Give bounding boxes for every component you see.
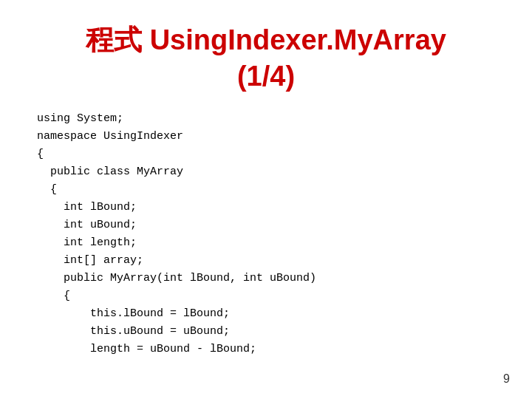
code-line: namespace UsingIndexer <box>37 128 502 146</box>
code-line: int uBound; <box>37 216 502 234</box>
slide: 程式 UsingIndexer.MyArray (1/4) using Syst… <box>0 0 532 399</box>
title-area: 程式 UsingIndexer.MyArray (1/4) <box>30 22 502 95</box>
code-line: this.uBound = uBound; <box>37 323 502 341</box>
code-line: { <box>37 287 502 305</box>
code-line: length = uBound - lBound; <box>37 341 502 358</box>
code-line: { <box>37 181 502 199</box>
code-line: { <box>37 146 502 163</box>
code-block: using System;namespace UsingIndexer{ pub… <box>37 110 502 358</box>
slide-title-line2: (1/4) <box>30 58 502 95</box>
code-line: int lBound; <box>37 199 502 216</box>
code-line: this.lBound = lBound; <box>37 305 502 323</box>
code-line: using System; <box>37 110 502 128</box>
slide-title-line1: 程式 UsingIndexer.MyArray <box>30 22 502 58</box>
code-line: int length; <box>37 234 502 252</box>
code-line: public class MyArray <box>37 163 502 181</box>
page-number: 9 <box>503 372 510 386</box>
code-line: int[] array; <box>37 252 502 270</box>
code-line: public MyArray(int lBound, int uBound) <box>37 270 502 287</box>
